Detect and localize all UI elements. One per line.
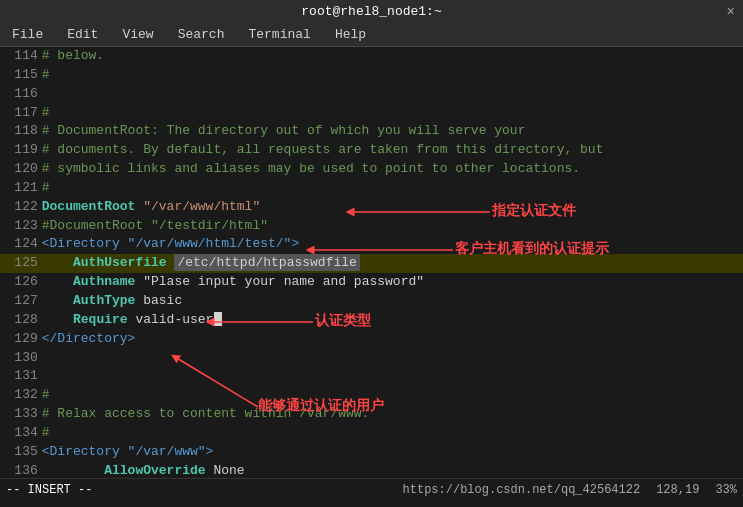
line-number: 125 — [0, 254, 40, 273]
code-line: DocumentRoot "/var/www/html" — [40, 198, 743, 217]
line-number: 131 — [0, 367, 40, 386]
line-number: 119 — [0, 141, 40, 160]
code-line: <Directory "/var/www"> — [40, 443, 743, 462]
table-row: 121# — [0, 179, 743, 198]
table-row: 114# below. — [0, 47, 743, 66]
line-number: 126 — [0, 273, 40, 292]
code-line: # Relax access to content within /var/ww… — [40, 405, 743, 424]
line-number: 129 — [0, 330, 40, 349]
code-line: # DocumentRoot: The directory out of whi… — [40, 122, 743, 141]
line-number: 133 — [0, 405, 40, 424]
code-line — [40, 85, 743, 104]
code-line: # documents. By default, all requests ar… — [40, 141, 743, 160]
statusbar: -- INSERT -- https://blog.csdn.net/qq_42… — [0, 478, 743, 500]
table-row: 128 Require valid-user — [0, 311, 743, 330]
menu-item-view[interactable]: View — [118, 26, 157, 43]
line-number: 114 — [0, 47, 40, 66]
code-line: # — [40, 386, 743, 405]
table-row: 127 AuthType basic — [0, 292, 743, 311]
line-number: 130 — [0, 349, 40, 368]
line-number: 134 — [0, 424, 40, 443]
menu-item-edit[interactable]: Edit — [63, 26, 102, 43]
code-line: Authname "Plase input your name and pass… — [40, 273, 743, 292]
line-number: 132 — [0, 386, 40, 405]
menu-item-file[interactable]: File — [8, 26, 47, 43]
table-row: 122DocumentRoot "/var/www/html" — [0, 198, 743, 217]
code-line: # — [40, 66, 743, 85]
line-number: 118 — [0, 122, 40, 141]
csdn-url: https://blog.csdn.net/qq_42564122 — [403, 483, 641, 497]
status-right: https://blog.csdn.net/qq_42564122 128,19… — [403, 483, 737, 497]
table-row: 134# — [0, 424, 743, 443]
table-row: 135<Directory "/var/www"> — [0, 443, 743, 462]
table-row: 131 — [0, 367, 743, 386]
table-row: 123#DocumentRoot "/testdir/html" — [0, 217, 743, 236]
code-line: # — [40, 179, 743, 198]
line-number: 120 — [0, 160, 40, 179]
code-line: #DocumentRoot "/testdir/html" — [40, 217, 743, 236]
code-area: 114# below.115#116117#118# DocumentRoot:… — [0, 47, 743, 478]
line-number: 136 — [0, 462, 40, 478]
table-row: 133# Relax access to content within /var… — [0, 405, 743, 424]
line-number: 124 — [0, 235, 40, 254]
window-title: root@rhel8_node1:~ — [301, 4, 441, 19]
table-row: 129</Directory> — [0, 330, 743, 349]
scroll-percent: 33% — [715, 483, 737, 497]
line-number: 128 — [0, 311, 40, 330]
table-row: 136 AllowOverride None — [0, 462, 743, 478]
line-number: 117 — [0, 104, 40, 123]
menubar: FileEditViewSearchTerminalHelp — [0, 23, 743, 47]
code-line: <Directory "/var/www/html/test/"> — [40, 235, 743, 254]
line-number: 135 — [0, 443, 40, 462]
code-line: # — [40, 104, 743, 123]
line-number: 122 — [0, 198, 40, 217]
table-row: 126 Authname "Plase input your name and … — [0, 273, 743, 292]
table-row: 118# DocumentRoot: The directory out of … — [0, 122, 743, 141]
editor-mode: -- INSERT -- — [6, 483, 92, 497]
code-line: AuthUserfile /etc/httpd/htpasswdfile — [40, 254, 743, 273]
line-number: 121 — [0, 179, 40, 198]
table-row: 125 AuthUserfile /etc/httpd/htpasswdfile — [0, 254, 743, 273]
code-line: AllowOverride None — [40, 462, 743, 478]
table-row: 124<Directory "/var/www/html/test/"> — [0, 235, 743, 254]
editor: 114# below.115#116117#118# DocumentRoot:… — [0, 47, 743, 478]
titlebar: root@rhel8_node1:~ × — [0, 0, 743, 23]
cursor — [214, 312, 222, 326]
code-line — [40, 367, 743, 386]
code-line: Require valid-user — [40, 311, 743, 330]
code-line: # below. — [40, 47, 743, 66]
table-row: 120# symbolic links and aliases may be u… — [0, 160, 743, 179]
table-row: 117# — [0, 104, 743, 123]
line-number: 115 — [0, 66, 40, 85]
code-line: # symbolic links and aliases may be used… — [40, 160, 743, 179]
code-line: # — [40, 424, 743, 443]
table-row: 116 — [0, 85, 743, 104]
close-button[interactable]: × — [727, 4, 735, 20]
menu-item-search[interactable]: Search — [174, 26, 229, 43]
line-number: 123 — [0, 217, 40, 236]
line-number: 127 — [0, 292, 40, 311]
menu-item-terminal[interactable]: Terminal — [244, 26, 314, 43]
table-row: 115# — [0, 66, 743, 85]
table-row: 130 — [0, 349, 743, 368]
code-line — [40, 349, 743, 368]
line-number: 116 — [0, 85, 40, 104]
code-table: 114# below.115#116117#118# DocumentRoot:… — [0, 47, 743, 478]
menu-item-help[interactable]: Help — [331, 26, 370, 43]
table-row: 119# documents. By default, all requests… — [0, 141, 743, 160]
cursor-position: 128,19 — [656, 483, 699, 497]
code-line: AuthType basic — [40, 292, 743, 311]
code-line: </Directory> — [40, 330, 743, 349]
table-row: 132# — [0, 386, 743, 405]
